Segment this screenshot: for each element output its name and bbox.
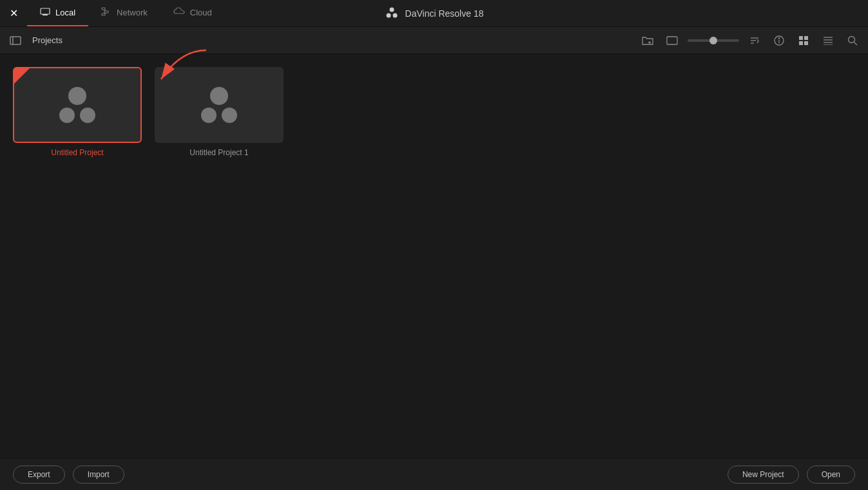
projects-grid: Untitled Project Untitled Project 1: [0, 54, 868, 458]
svg-rect-3: [104, 11, 108, 13]
corner-tag: [14, 68, 30, 84]
app-title-text: DaVinci Resolve 18: [405, 8, 484, 19]
app-title-area: DaVinci Resolve 18: [385, 6, 484, 21]
export-button[interactable]: Export: [13, 466, 65, 484]
toolbar-left: Projects: [6, 32, 63, 50]
toolbar: Projects: [0, 27, 868, 54]
tab-cloud-label: Cloud: [190, 8, 212, 17]
zoom-slider[interactable]: [688, 39, 739, 42]
project-label-untitled-1: Untitled Project 1: [189, 148, 248, 157]
svg-rect-23: [799, 41, 803, 45]
project-thumbnail-untitled[interactable]: [13, 67, 142, 143]
top-nav-bar: ✕ Local Network: [0, 0, 868, 27]
svg-point-7: [389, 7, 394, 12]
svg-rect-24: [804, 41, 808, 45]
new-folder-button[interactable]: [639, 32, 657, 50]
svg-rect-10: [10, 37, 21, 44]
svg-rect-1: [43, 14, 48, 15]
search-button[interactable]: [844, 32, 862, 50]
cloud-icon: [173, 7, 185, 18]
svg-rect-2: [102, 8, 105, 10]
tab-cloud[interactable]: Cloud: [160, 0, 225, 26]
main-content: Untitled Project Untitled Project 1: [0, 54, 868, 458]
resolve-icon-untitled-1: [201, 87, 237, 123]
zoom-slider-container: [688, 39, 739, 42]
view-mode-button[interactable]: [663, 32, 681, 50]
local-icon: [40, 7, 50, 18]
svg-line-30: [854, 42, 858, 45]
tab-network-label: Network: [117, 8, 148, 17]
grid-view-button[interactable]: [795, 32, 813, 50]
new-project-button[interactable]: New Project: [728, 466, 799, 484]
bottom-right-buttons: New Project Open: [728, 466, 855, 484]
project-card-untitled-1[interactable]: Untitled Project 1: [155, 67, 284, 157]
tab-local[interactable]: Local: [27, 0, 88, 26]
svg-point-9: [392, 13, 397, 17]
import-button[interactable]: Import: [73, 466, 124, 484]
bottom-bar: Export Import New Project Open: [0, 458, 868, 490]
resolve-logo: [385, 6, 399, 21]
svg-rect-22: [804, 36, 808, 40]
svg-rect-14: [667, 37, 677, 44]
network-icon: [101, 7, 111, 18]
svg-line-6: [104, 13, 107, 14]
close-button[interactable]: ✕: [0, 0, 27, 27]
project-card-untitled[interactable]: Untitled Project: [13, 67, 142, 157]
resolve-icon-untitled: [59, 87, 95, 123]
svg-rect-0: [41, 8, 50, 14]
list-view-button[interactable]: [819, 32, 837, 50]
project-thumbnail-untitled-1[interactable]: [155, 67, 284, 143]
svg-point-8: [386, 13, 391, 17]
toolbar-right: [639, 32, 862, 50]
zoom-slider-thumb: [709, 37, 717, 44]
svg-point-20: [778, 37, 779, 38]
svg-point-29: [849, 36, 855, 42]
sidebar-toggle-button[interactable]: [6, 32, 24, 50]
info-button[interactable]: [770, 32, 788, 50]
open-button[interactable]: Open: [807, 466, 855, 484]
tab-local-label: Local: [55, 8, 75, 17]
svg-rect-4: [102, 14, 105, 15]
svg-rect-21: [799, 36, 803, 40]
nav-tabs: Local Network Cloud: [27, 0, 225, 26]
toolbar-title: Projects: [32, 35, 63, 45]
sort-button[interactable]: [746, 32, 764, 50]
tab-network[interactable]: Network: [88, 0, 160, 26]
project-label-untitled: Untitled Project: [51, 148, 103, 157]
